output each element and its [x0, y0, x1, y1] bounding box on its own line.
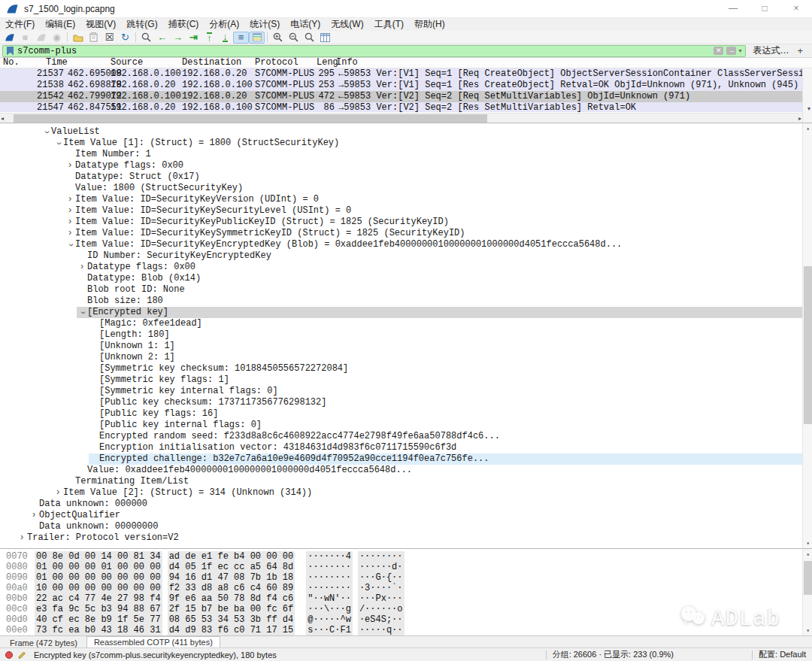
zoom-reset-icon[interactable] [301, 32, 317, 44]
hex-bytes[interactable]: 40 cf ec 8e b9 1f 5e 77 [35, 614, 162, 625]
filter-apply-icon[interactable]: → [726, 47, 736, 55]
hex-row[interactable]: 007000 8e 0d 00 14 00 81 34ad de e1 fe b… [0, 551, 812, 562]
tree-row[interactable]: ›ValueList [0, 126, 812, 138]
tree-row[interactable]: ›Datatype flags: 0x00 [0, 262, 812, 273]
column-header-info[interactable]: Info [336, 58, 358, 68]
tree-row[interactable]: ›Item Value: ID=SecurityKeySecurityLevel… [0, 205, 812, 217]
scroll-up-icon[interactable]: ▴ [806, 550, 810, 557]
capture-stop-icon[interactable]: ■ [17, 32, 33, 44]
hex-row[interactable]: 00a010 00 00 00 00 00 00 00f2 33 d8 a8 c… [0, 583, 812, 593]
go-bottom-icon[interactable]: ↓ [217, 32, 233, 44]
menu-item-3[interactable]: 跳转(G) [121, 18, 162, 31]
tree-row[interactable]: Datatype: Struct (0x17) [0, 171, 812, 183]
tree-row[interactable]: [Unknown 2: 1] [0, 352, 812, 363]
hex-ascii[interactable]: "··wN'·· [306, 593, 353, 604]
hex-bytes[interactable]: 94 16 d1 47 08 7b 1b 18 [168, 572, 295, 583]
filter-dropdown-icon[interactable]: ▾ [738, 47, 741, 54]
expert-info-icon[interactable] [5, 651, 13, 659]
tree-row[interactable]: [Magic: 0xfee1dead] [0, 318, 812, 329]
hex-ascii[interactable]: ·····q·· [358, 625, 404, 635]
hex-bytes[interactable]: d4 d9 83 f6 c0 71 17 15 [168, 625, 295, 635]
capture-comment-icon[interactable] [17, 650, 26, 659]
hex-ascii[interactable]: ···G·{·· [358, 572, 404, 583]
packet-list-header[interactable]: No.TimeSourceDestinationProtocolLengInfo [0, 58, 812, 68]
menu-item-9[interactable]: 工具(T) [369, 18, 409, 31]
menu-item-10[interactable]: 帮助(H) [409, 18, 450, 31]
packet-row[interactable]: 21542462.799072192.168.0.100192.168.0.20… [0, 91, 812, 102]
hex-ascii[interactable]: ···\···g [306, 604, 353, 614]
expander-closed-icon[interactable]: › [65, 205, 75, 217]
minimize-button[interactable]: — [717, 0, 749, 17]
hex-ascii[interactable]: ········ [306, 562, 353, 572]
tree-row[interactable]: Encrypted random seed: f233d8a8c6c460892… [0, 431, 812, 442]
hex-bytes[interactable]: 2f 15 b7 be ba 00 fc 6f [168, 604, 295, 614]
hex-ascii[interactable]: ········ [358, 551, 404, 562]
go-to-packet-icon[interactable]: ⇥ [186, 32, 201, 44]
menu-item-6[interactable]: 统计(S) [244, 18, 285, 31]
hex-bytes[interactable]: 22 ac c4 77 4e 27 98 f4 [35, 593, 162, 604]
hscroll-thumb[interactable] [14, 114, 487, 123]
hex-bytes[interactable]: 08 65 53 34 53 3b ff d4 [168, 614, 295, 625]
expander-closed-icon[interactable]: › [53, 487, 63, 499]
scroll-left-icon[interactable]: ◂ [1, 115, 4, 122]
tree-row[interactable]: [Unknown 1: 1] [0, 341, 812, 352]
menu-item-4[interactable]: 捕获(C) [163, 18, 205, 31]
tree-row[interactable]: ›Trailer: Protocol version=V2 [0, 532, 812, 544]
hex-ascii[interactable]: @·····^w [306, 614, 353, 625]
hex-bytes[interactable]: 9f e6 aa 50 78 8d f4 c6 [168, 593, 295, 604]
tree-row[interactable]: Blob size: 180 [0, 296, 812, 307]
tree-row[interactable]: [Public key checksum: 173711735677629813… [0, 397, 812, 408]
hex-bytes[interactable]: ad de e1 fe b4 00 00 00 [168, 551, 295, 562]
expander-closed-icon[interactable]: › [29, 510, 39, 521]
column-header-destination[interactable]: Destination [182, 58, 241, 68]
column-header-no[interactable]: No. [3, 58, 20, 68]
close-button[interactable]: × [780, 0, 812, 17]
packet-list-vscrollbar[interactable]: ▾ [802, 68, 812, 123]
hex-vscrollbar[interactable]: ▴▾ [802, 549, 812, 635]
capture-restart-icon[interactable] [33, 32, 49, 44]
maximize-button[interactable]: □ [749, 0, 780, 17]
column-header-source[interactable]: Source [111, 58, 143, 68]
hex-bytes[interactable]: 01 00 00 00 01 00 00 00 [35, 562, 162, 572]
close-file-icon[interactable]: ☒ [102, 32, 117, 44]
hex-row[interactable]: 008001 00 00 00 01 00 00 00d4 05 1f ec c… [0, 562, 812, 572]
menu-item-0[interactable]: 文件(F) [0, 18, 40, 31]
zoom-in-icon[interactable] [270, 32, 286, 44]
byte-tab-0[interactable]: Frame (472 bytes) [2, 637, 85, 647]
hex-bytes[interactable]: d4 05 1f ec cc a5 64 8d [168, 562, 295, 572]
expander-open-icon[interactable]: › [53, 138, 64, 149]
tree-row[interactable]: Item Number: 1 [0, 149, 812, 160]
tree-row[interactable]: [Public key flags: 16] [0, 408, 812, 420]
colorize-toggle-icon[interactable] [249, 32, 265, 44]
hex-ascii[interactable]: ········ [306, 583, 353, 593]
filter-add-button[interactable]: + [797, 45, 803, 56]
hex-bytes[interactable]: 00 8e 0d 00 14 00 81 34 [35, 551, 162, 562]
hex-bytes[interactable]: 73 fc ea b0 43 18 46 31 [35, 625, 162, 635]
filter-value[interactable]: s7comm-plus [17, 46, 712, 56]
tree-row[interactable]: ›Datatype flags: 0x00 [0, 160, 812, 171]
tree-row[interactable]: Encrypted challenge: b32e7c7a6a10e9e4609… [0, 453, 812, 465]
capture-start-icon[interactable] [2, 32, 17, 44]
scroll-up-icon[interactable]: ▴ [806, 125, 810, 132]
hex-ascii[interactable]: s···C·F1 [306, 625, 353, 635]
detail-vscrollbar[interactable]: ▴▾ [802, 123, 812, 548]
display-filter-input[interactable]: s7comm-plus ✕ → ▾ [2, 45, 746, 57]
hex-ascii[interactable]: /······o [358, 604, 404, 614]
tree-row[interactable]: [Symmetric key checksum: 101884505565722… [0, 363, 812, 374]
packet-row[interactable]: 21547462.847551192.168.0.20192.168.0.100… [0, 102, 812, 112]
expander-closed-icon[interactable]: › [77, 262, 87, 273]
hex-ascii[interactable]: ·······4 [306, 551, 353, 562]
expander-closed-icon[interactable]: › [65, 194, 75, 205]
hex-bytes[interactable]: f2 33 d8 a8 c6 c4 60 89 [168, 583, 295, 593]
expander-closed-icon[interactable]: › [65, 228, 75, 239]
hex-row[interactable]: 009001 00 00 00 00 00 00 0094 16 d1 47 0… [0, 572, 812, 583]
expander-open-icon[interactable]: › [41, 127, 52, 138]
tree-row[interactable]: ›[Encrypted key] [0, 307, 812, 318]
vscroll-thumb[interactable] [804, 561, 812, 595]
tree-row[interactable]: Blob root ID: None [0, 284, 812, 296]
expander-closed-icon[interactable]: › [65, 217, 75, 228]
tree-row[interactable]: ›Item Value: ID=SecurityKeyPublicKeyID (… [0, 217, 812, 228]
packet-row[interactable]: 21538462.698878192.168.0.20192.168.0.100… [0, 80, 812, 91]
menu-item-1[interactable]: 编辑(E) [40, 18, 80, 31]
tree-row[interactable]: Value: 0xaddee1feb4000000010000000100000… [0, 465, 812, 476]
